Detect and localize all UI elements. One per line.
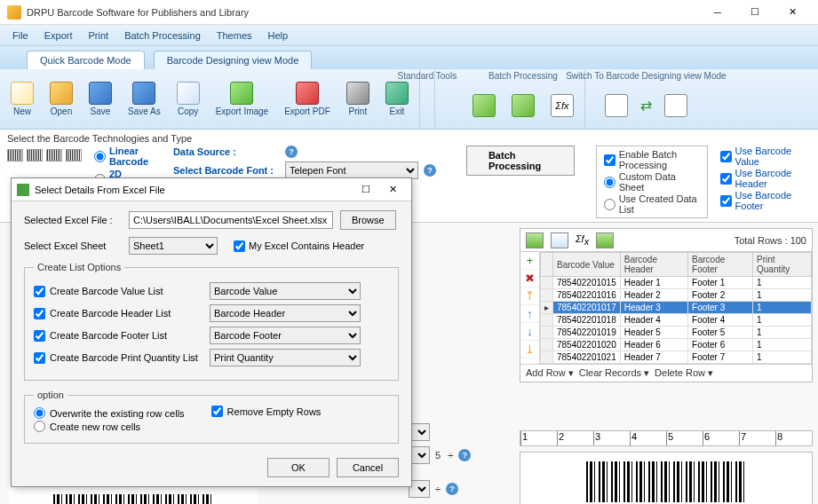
table-row[interactable]: 785402201020Header 6Footer 61 xyxy=(541,339,812,351)
design-view-2[interactable] xyxy=(661,92,691,119)
panel-sigma[interactable]: Σfx xyxy=(576,233,589,247)
custom-sheet-radio[interactable]: Custom Data Sheet xyxy=(604,171,700,193)
tech-icon-2[interactable] xyxy=(27,149,43,161)
help-icon-2[interactable]: ? xyxy=(424,164,436,177)
print-button[interactable]: Print xyxy=(343,80,373,118)
export-pdf-button[interactable]: Export PDF xyxy=(281,80,334,118)
minimize-button[interactable]: ─ xyxy=(699,0,736,25)
file-path-input[interactable] xyxy=(129,211,333,229)
data-source-label: Data Source : xyxy=(173,146,280,157)
batch-icon-2 xyxy=(512,94,535,117)
menu-export[interactable]: Export xyxy=(37,28,80,43)
dialog-title: Select Details From Excel File xyxy=(35,185,353,195)
delete-row-icon[interactable]: ✖ xyxy=(520,270,539,287)
contains-header-check[interactable]: My Excel Contains Header xyxy=(234,240,364,252)
export-image-icon xyxy=(230,82,253,105)
ok-button[interactable]: OK xyxy=(267,458,330,477)
move-down-icon[interactable]: ↓ xyxy=(520,323,539,341)
browse-button[interactable]: Browse xyxy=(340,210,396,230)
help-icon-3[interactable]: ? xyxy=(458,449,471,461)
panel-tool-2[interactable] xyxy=(551,232,568,248)
batch-options: Enable Batch Processing Custom Data Shee… xyxy=(596,146,708,218)
tech-label: Select the Barcode Technologies and Type xyxy=(7,133,811,144)
save-as-button[interactable]: Save As xyxy=(124,80,164,118)
panel-tool-3[interactable] xyxy=(596,232,614,248)
export-image-button[interactable]: Export Image xyxy=(212,80,272,118)
batch-processing-box: Batch Processing xyxy=(466,146,575,176)
panel-tool-1[interactable] xyxy=(526,232,544,248)
dialog-close[interactable]: ✕ xyxy=(379,181,406,199)
radio-linear[interactable]: Linear Barcode xyxy=(94,146,161,167)
use-header-check[interactable]: Use Barcode Header xyxy=(720,168,802,189)
menu-batch[interactable]: Batch Processing xyxy=(117,28,208,43)
menu-file[interactable]: File xyxy=(5,28,36,43)
save-button[interactable]: Save xyxy=(85,80,115,118)
barcode-left xyxy=(53,494,213,504)
tab-design-mode[interactable]: Barcode Designing view Mode xyxy=(154,51,313,69)
open-button[interactable]: Open xyxy=(46,80,76,118)
use-created-radio[interactable]: Use Created Data List xyxy=(604,193,700,215)
table-row[interactable]: 785402201018Header 4Footer 41 xyxy=(541,314,812,327)
overwrite-radio[interactable]: Overwrite the existing row cells xyxy=(34,407,185,419)
menu-print[interactable]: Print xyxy=(82,28,116,43)
menu-help[interactable]: Help xyxy=(261,28,296,43)
tech-icon-4[interactable] xyxy=(66,149,82,161)
use-footer-check[interactable]: Use Barcode Footer xyxy=(720,190,802,211)
move-up-icon[interactable]: ↑ xyxy=(520,305,539,323)
save-as-icon xyxy=(132,82,155,105)
sigma-icon: Σfx xyxy=(551,94,574,117)
add-row-icon[interactable]: + xyxy=(520,252,539,270)
copy-button[interactable]: Copy xyxy=(173,80,203,118)
batch-tool-2[interactable] xyxy=(508,92,538,119)
create-qty-check[interactable]: Create Barcode Print Quantity List xyxy=(34,352,203,364)
tech-icon-3[interactable] xyxy=(46,149,62,161)
close-button[interactable]: ✕ xyxy=(774,0,811,25)
option-fieldset: option Overwrite the existing row cells … xyxy=(24,390,399,444)
new-button[interactable]: New xyxy=(7,80,37,118)
data-panel: Σfx Total Rows : 100 + ✖ ⤒ ↑ ↓ ⤓ Barcode… xyxy=(520,228,813,382)
header-column-select[interactable]: Barcode Header xyxy=(210,304,361,322)
enable-batch-check[interactable]: Enable Batch Processing xyxy=(604,149,700,170)
design-view-1[interactable] xyxy=(601,92,631,119)
dialog-maximize[interactable]: ☐ xyxy=(353,181,379,199)
data-table[interactable]: Barcode Value Barcode Header Barcode Foo… xyxy=(540,252,812,364)
create-header-check[interactable]: Create Barcode Header List xyxy=(34,308,203,319)
batch-tool-1[interactable] xyxy=(469,92,499,119)
table-row[interactable]: 785402201019Header 5Footer 51 xyxy=(541,327,812,339)
remove-empty-check[interactable]: Remove Empty Rows xyxy=(211,406,322,417)
tech-icons xyxy=(7,146,82,161)
table-row[interactable]: ▸785402201017Header 3Footer 31 xyxy=(541,302,812,314)
app-icon xyxy=(7,5,21,20)
value-column-select[interactable]: Barcode Value xyxy=(210,282,361,300)
create-list-fieldset: Create List Options Create Barcode Value… xyxy=(24,262,399,381)
create-footer-check[interactable]: Create Barcode Footer List xyxy=(34,330,203,342)
font-select[interactable]: Telepen Font xyxy=(285,161,418,179)
use-value-check[interactable]: Use Barcode Value xyxy=(720,146,802,167)
delete-row-link[interactable]: Delete Row ▾ xyxy=(655,367,713,379)
table-row[interactable]: 785402201021Header 7Footer 71 xyxy=(541,351,812,364)
cancel-button[interactable]: Cancel xyxy=(337,458,399,477)
move-bottom-icon[interactable]: ⤓ xyxy=(520,341,539,358)
sheet-select[interactable]: Sheet1 xyxy=(129,237,218,255)
footer-column-select[interactable]: Barcode Footer xyxy=(210,327,361,344)
tab-quick-mode[interactable]: Quick Barcode Mode xyxy=(27,51,145,69)
table-row[interactable]: 785402201015Header 1Footer 11 xyxy=(541,277,812,289)
exit-button[interactable]: Exit xyxy=(382,80,412,118)
batch-sigma[interactable]: Σfx xyxy=(547,92,577,119)
clear-records-link[interactable]: Clear Records ▾ xyxy=(579,367,649,379)
menu-themes[interactable]: Themes xyxy=(210,28,259,43)
qty-column-select[interactable]: Print Quantity xyxy=(210,349,361,366)
table-row[interactable]: 785402201016Header 2Footer 21 xyxy=(541,289,812,302)
create-new-radio[interactable]: Create new row cells xyxy=(34,421,185,432)
help-icon-4[interactable]: ? xyxy=(446,483,458,495)
design-icon-2 xyxy=(664,94,687,117)
selected-file-label: Selected Excel File : xyxy=(24,215,122,225)
maximize-button[interactable]: ☐ xyxy=(736,0,774,25)
create-value-check[interactable]: Create Barcode Value List xyxy=(34,286,203,297)
move-top-icon[interactable]: ⤒ xyxy=(520,287,539,305)
help-icon[interactable]: ? xyxy=(285,146,298,158)
tech-icon-1[interactable] xyxy=(7,149,23,161)
add-row-link[interactable]: Add Row ▾ xyxy=(526,367,574,379)
ribbon: New Open Save Save As Copy Export Image … xyxy=(0,69,818,130)
right-preview: 12345678 (01)00785402201018 xyxy=(520,430,813,504)
